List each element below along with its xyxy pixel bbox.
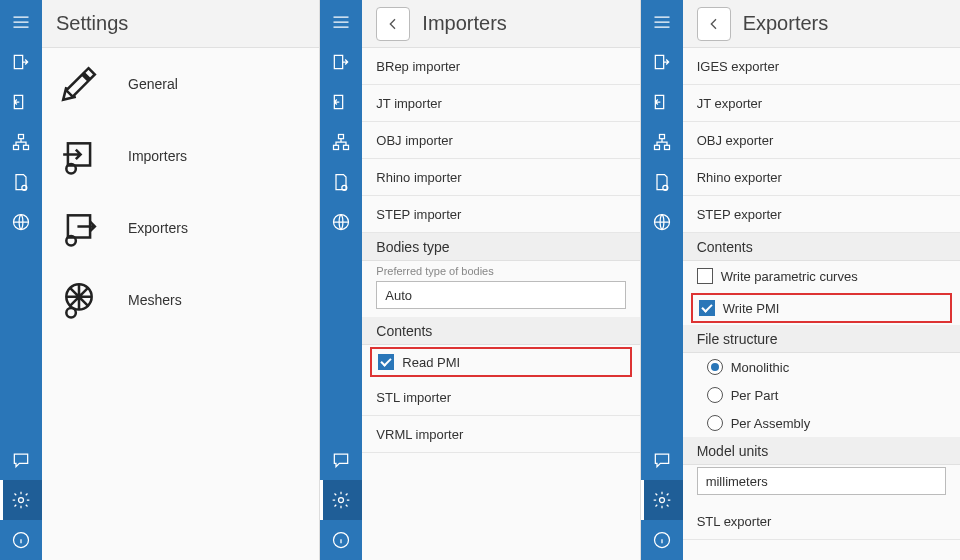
svg-rect-2 (24, 145, 29, 149)
write-param-label: Write parametric curves (721, 269, 858, 284)
file-icon[interactable] (0, 162, 42, 202)
chat-icon[interactable] (320, 440, 362, 480)
globe-icon[interactable] (320, 202, 362, 242)
svg-point-25 (659, 498, 664, 503)
exporter-item[interactable]: IGES exporter (683, 48, 960, 85)
svg-rect-13 (339, 135, 344, 139)
radio-button[interactable] (707, 387, 723, 403)
exporters-panel: Exporters IGES exporter JT exporter OBJ … (641, 0, 960, 560)
file-icon[interactable] (320, 162, 362, 202)
section-contents: Contents (683, 233, 960, 261)
exporter-item[interactable]: JT exporter (683, 85, 960, 122)
page-title: Exporters (743, 12, 829, 35)
exporter-item[interactable]: Rhino exporter (683, 159, 960, 196)
tree-icon[interactable] (641, 122, 683, 162)
svg-rect-0 (19, 135, 24, 139)
category-importers[interactable]: Importers (42, 120, 319, 192)
tree-icon[interactable] (320, 122, 362, 162)
svg-rect-15 (344, 145, 349, 149)
export-arrow-icon (56, 205, 102, 251)
importer-item[interactable]: STL importer (362, 379, 639, 416)
model-units-select[interactable] (697, 467, 946, 495)
radio-per-part[interactable]: Per Part (683, 381, 960, 409)
import-icon[interactable] (320, 42, 362, 82)
radio-monolithic[interactable]: Monolithic (683, 353, 960, 381)
svg-point-12 (66, 308, 76, 318)
back-button[interactable] (697, 7, 731, 41)
section-contents: Contents (362, 317, 639, 345)
radio-button[interactable] (707, 359, 723, 375)
gear-icon[interactable] (320, 480, 362, 520)
importer-item[interactable]: VRML importer (362, 416, 639, 453)
page-title: Importers (422, 12, 506, 35)
globe-icon[interactable] (0, 202, 42, 242)
info-icon[interactable] (0, 520, 42, 560)
info-icon[interactable] (320, 520, 362, 560)
svg-rect-22 (664, 145, 669, 149)
radio-button[interactable] (707, 415, 723, 431)
gear-icon[interactable] (0, 480, 42, 520)
import-arrow-icon (56, 133, 102, 179)
category-label: Meshers (128, 292, 182, 308)
chat-icon[interactable] (641, 440, 683, 480)
exporter-item[interactable]: OBJ exporter (683, 122, 960, 159)
exporter-item[interactable]: STL exporter (683, 503, 960, 540)
file-icon[interactable] (641, 162, 683, 202)
write-pmi-row: Write PMI (691, 293, 952, 323)
svg-point-18 (339, 498, 344, 503)
category-exporters[interactable]: Exporters (42, 192, 319, 264)
svg-rect-20 (659, 135, 664, 139)
write-pmi-checkbox[interactable] (699, 300, 715, 316)
write-param-row: Write parametric curves (683, 261, 960, 291)
tree-icon[interactable] (0, 122, 42, 162)
bodies-hint: Preferred type of bodies (362, 261, 639, 279)
importer-item[interactable]: STEP importer (362, 196, 639, 233)
wrench-icon (56, 61, 102, 107)
svg-rect-14 (334, 145, 339, 149)
gear-icon[interactable] (641, 480, 683, 520)
radio-per-assembly[interactable]: Per Assembly (683, 409, 960, 437)
read-pmi-row: Read PMI (370, 347, 631, 377)
importer-item[interactable]: Rhino importer (362, 159, 639, 196)
hamburger-icon[interactable] (320, 2, 362, 42)
hamburger-icon[interactable] (641, 2, 683, 42)
read-pmi-label: Read PMI (402, 355, 460, 370)
category-label: Importers (128, 148, 187, 164)
hamburger-icon[interactable] (0, 2, 42, 42)
category-label: Exporters (128, 220, 188, 236)
write-pmi-label: Write PMI (723, 301, 780, 316)
mesh-icon (56, 277, 102, 323)
import-icon[interactable] (0, 42, 42, 82)
importer-item[interactable]: OBJ importer (362, 122, 639, 159)
importer-item[interactable]: JT importer (362, 85, 639, 122)
import-icon[interactable] (641, 42, 683, 82)
settings-panel: Settings General Importers Exporters Mes… (0, 0, 320, 560)
section-file-structure: File structure (683, 325, 960, 353)
bodies-type-select[interactable] (376, 281, 625, 309)
sidebar-rail (0, 0, 42, 560)
export-icon[interactable] (320, 82, 362, 122)
category-general[interactable]: General (42, 48, 319, 120)
category-label: General (128, 76, 178, 92)
exporter-item[interactable]: STEP exporter (683, 196, 960, 233)
importers-panel: Importers BRep importer JT importer OBJ … (320, 0, 640, 560)
chat-icon[interactable] (0, 440, 42, 480)
sidebar-rail (641, 0, 683, 560)
page-title: Settings (42, 0, 319, 48)
importer-item[interactable]: BRep importer (362, 48, 639, 85)
section-bodies-type: Bodies type (362, 233, 639, 261)
back-button[interactable] (376, 7, 410, 41)
category-meshers[interactable]: Meshers (42, 264, 319, 336)
info-icon[interactable] (641, 520, 683, 560)
globe-icon[interactable] (641, 202, 683, 242)
read-pmi-checkbox[interactable] (378, 354, 394, 370)
sidebar-rail (320, 0, 362, 560)
export-icon[interactable] (641, 82, 683, 122)
export-icon[interactable] (0, 82, 42, 122)
section-model-units: Model units (683, 437, 960, 465)
write-param-checkbox[interactable] (697, 268, 713, 284)
svg-rect-21 (654, 145, 659, 149)
svg-rect-1 (14, 145, 19, 149)
svg-point-5 (19, 498, 24, 503)
